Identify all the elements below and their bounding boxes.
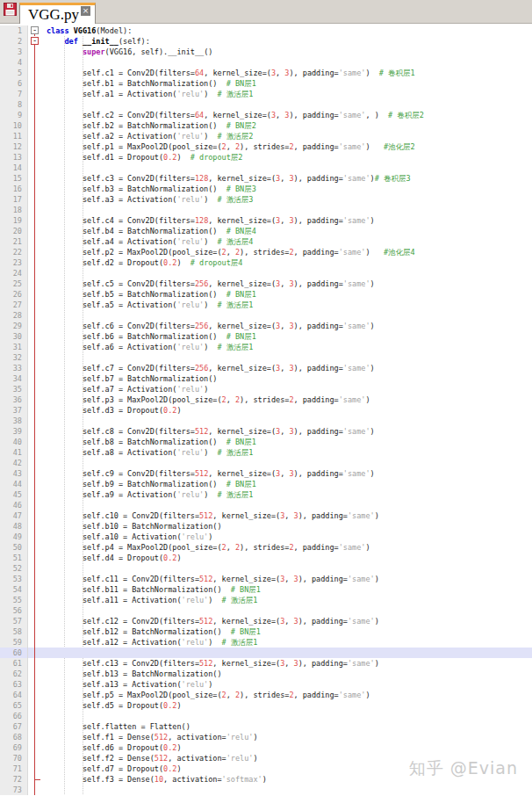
fold-guide-line [28,595,41,605]
close-icon[interactable]: × [81,6,90,16]
code-line[interactable]: 47 self.c10 = Conv2D(filters=512, kernel… [0,510,532,521]
minus-icon[interactable]: - [31,37,39,45]
code-line[interactable]: 16 self.b3 = BatchNormalization() # BN层3 [0,184,532,194]
line-number: 43 [0,468,28,479]
fold-guide-line [28,510,41,521]
code-line[interactable]: 73 [0,785,532,795]
code-line[interactable]: 64 self.p5 = MaxPool2D(pool_size=(2, 2),… [0,690,532,700]
code-text [41,352,47,363]
code-line[interactable]: 60 [0,648,532,658]
code-line[interactable]: 59 self.a12 = Activation('relu') # 激活层1 [0,637,532,648]
code-line[interactable]: 31 self.a6 = Activation('relu') # 激活层1 [0,342,532,352]
code-text: self.c11 = Conv2D(filters=512, kernel_si… [41,574,379,584]
fold-guide-line [28,532,41,542]
code-line[interactable]: 7 self.a1 = Activation('relu') # 激活层1 [0,89,532,99]
code-line[interactable]: 28 [0,310,532,321]
code-line[interactable]: 63 self.a13 = Activation('relu') [0,679,532,690]
code-text: self.a9 = Activation('relu') # 激活层1 [41,489,253,500]
fold-guide-line [28,141,41,152]
code-line[interactable]: 68 self.f1 = Dense(512, activation='relu… [0,732,532,742]
code-text [41,310,47,321]
code-line[interactable]: 61 self.c13 = Conv2D(filters=512, kernel… [0,658,532,669]
line-number: 32 [0,352,28,363]
code-line[interactable]: 8 [0,99,532,110]
fold-collapse-icon[interactable]: - [28,25,41,36]
code-line[interactable]: 50 self.p4 = MaxPool2D(pool_size=(2, 2),… [0,542,532,553]
code-editor[interactable]: 1-class VGG16(Model):2- def __init__(sel… [0,24,532,794]
code-line[interactable]: 46 [0,500,532,510]
code-text: self.c4 = Conv2D(filters=128, kernel_siz… [41,215,375,226]
tab-vgg-py[interactable]: VGG.py × [19,3,96,24]
code-line[interactable]: 2- def __init__(self): [0,36,532,47]
code-line[interactable]: 36 self.p3 = MaxPool2D(pool_size=(2, 2),… [0,394,532,405]
code-line[interactable]: 65 self.d5 = Dropout(0.2) [0,700,532,711]
line-number: 12 [0,141,28,152]
code-line[interactable]: 9 self.c2 = Conv2D(filters=64, kernel_si… [0,110,532,120]
code-line[interactable]: 54 self.b11 = BatchNormalization() # BN层… [0,584,532,595]
code-line[interactable]: 48 self.b10 = BatchNormalization() [0,521,532,532]
line-number: 14 [0,163,28,173]
code-line[interactable]: 52 [0,563,532,574]
line-number: 1 [0,25,28,36]
code-line[interactable]: 67 self.flatten = Flatten() [0,721,532,732]
code-line[interactable]: 13 self.d1 = Dropout(0.2) # dropout层2 [0,152,532,163]
code-line[interactable]: 62 self.b13 = BatchNormalization() [0,669,532,679]
fold-collapse-icon[interactable]: - [28,36,41,47]
code-line[interactable]: 4 [0,57,532,68]
code-line[interactable]: 23 self.d2 = Dropout(0.2) # dropout层4 [0,257,532,268]
code-line[interactable]: 34 self.b7 = BatchNormalization() [0,373,532,384]
code-line[interactable]: 21 self.a4 = Activation('relu') # 激活层4 [0,236,532,247]
code-line[interactable]: 51 self.d4 = Dropout(0.2) [0,553,532,563]
code-line[interactable]: 53 self.c11 = Conv2D(filters=512, kernel… [0,574,532,584]
code-text: self.a6 = Activation('relu') # 激活层1 [41,342,253,352]
code-line[interactable]: 24 [0,268,532,279]
code-text: self.b12 = BatchNormalization() # BN层1 [41,626,261,637]
code-line[interactable]: 41 self.a8 = Activation('relu') # 激活层1 [0,447,532,458]
code-line[interactable]: 39 self.c8 = Conv2D(filters=512, kernel_… [0,426,532,437]
code-line[interactable]: 43 self.c9 = Conv2D(filters=512, kernel_… [0,468,532,479]
code-line[interactable]: 45 self.a9 = Activation('relu') # 激活层1 [0,489,532,500]
code-line[interactable]: 19 self.c4 = Conv2D(filters=128, kernel_… [0,215,532,226]
code-line[interactable]: 12 self.p1 = MaxPool2D(pool_size=(2, 2),… [0,141,532,152]
code-line[interactable]: 14 [0,163,532,173]
code-text [41,57,47,68]
code-line[interactable]: 6 self.b1 = BatchNormalization() # BN层1 [0,78,532,89]
code-line[interactable]: 44 self.b9 = BatchNormalization() # BN层1 [0,479,532,489]
code-line[interactable]: 35 self.a7 = Activation('relu') [0,384,532,394]
code-line[interactable]: 69 self.d6 = Dropout(0.2) [0,742,532,753]
code-line[interactable]: 17 self.a3 = Activation('relu') # 激活层3 [0,194,532,205]
code-line[interactable]: 55 self.a11 = Activation('relu') # 激活层1 [0,595,532,605]
code-line[interactable]: 10 self.b2 = BatchNormalization() # BN层2 [0,120,532,131]
code-line[interactable]: 56 [0,605,532,616]
code-line[interactable]: 5 self.c1 = Conv2D(filters=64, kernel_si… [0,68,532,78]
code-line[interactable]: 22 self.p2 = MaxPool2D(pool_size=(2, 2),… [0,247,532,257]
code-text: self.a4 = Activation('relu') # 激活层4 [41,236,253,247]
code-line[interactable]: 26 self.b5 = BatchNormalization() # BN层1 [0,289,532,300]
code-line[interactable]: 29 self.c6 = Conv2D(filters=256, kernel_… [0,321,532,331]
code-line[interactable]: 32 [0,352,532,363]
code-line[interactable]: 66 [0,711,532,721]
code-line[interactable]: 20 self.b4 = BatchNormalization() # BN层4 [0,226,532,236]
code-line[interactable]: 3 super(VGG16, self).__init__() [0,47,532,57]
code-line[interactable]: 58 self.b12 = BatchNormalization() # BN层… [0,626,532,637]
minus-icon[interactable]: - [31,26,39,34]
fold-guide-line [28,584,41,595]
code-line[interactable]: 49 self.a10 = Activation('relu') [0,532,532,542]
code-line[interactable]: 27 self.a5 = Activation('relu') # 激活层1 [0,300,532,310]
code-line[interactable]: 40 self.b8 = BatchNormalization() # BN层1 [0,437,532,447]
floppy-save-icon[interactable] [4,3,17,19]
code-line[interactable]: 15 self.c3 = Conv2D(filters=128, kernel_… [0,173,532,184]
code-line[interactable]: 30 self.b6 = BatchNormalization() # BN层1 [0,331,532,342]
code-line[interactable]: 38 [0,416,532,426]
code-line[interactable]: 33 self.c7 = Conv2D(filters=256, kernel_… [0,363,532,373]
code-line[interactable]: 11 self.a2 = Activation('relu') # 激活层2 [0,131,532,141]
code-line[interactable]: 25 self.c5 = Conv2D(filters=256, kernel_… [0,279,532,289]
code-text: class VGG16(Model): [41,25,132,36]
code-line[interactable]: 42 [0,458,532,468]
fold-guide-line [28,99,41,110]
fold-guide-line [28,426,41,437]
code-line[interactable]: 57 self.c12 = Conv2D(filters=512, kernel… [0,616,532,626]
code-line[interactable]: 1-class VGG16(Model): [0,25,532,36]
code-line[interactable]: 37 self.d3 = Dropout(0.2) [0,405,532,416]
code-line[interactable]: 18 [0,205,532,215]
